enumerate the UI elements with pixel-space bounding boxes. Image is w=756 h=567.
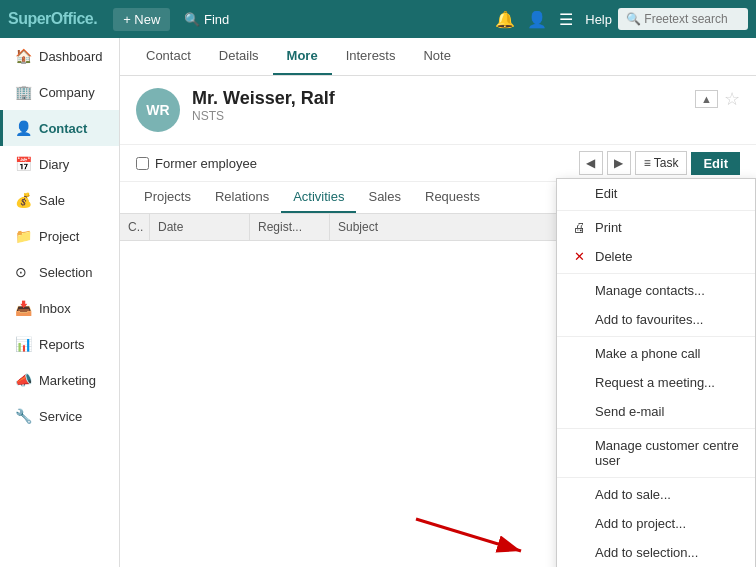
edit-button[interactable]: Edit — [691, 152, 740, 175]
next-button[interactable]: ▶ — [607, 151, 631, 175]
new-button[interactable]: + New — [113, 8, 170, 31]
dashboard-icon: 🏠 — [15, 48, 31, 64]
tab-note[interactable]: Note — [409, 38, 464, 75]
collapse-button[interactable]: ▲ — [695, 90, 718, 108]
app-logo: SuperOffice. — [8, 10, 97, 28]
svg-line-1 — [416, 519, 521, 551]
dropdown-item-edit[interactable]: Edit — [557, 179, 755, 208]
sidebar-item-project[interactable]: 📁 Project — [0, 218, 119, 254]
tab-contact[interactable]: Contact — [132, 38, 205, 75]
dropdown-item-label: Manage customer centre user — [595, 438, 741, 468]
delete-icon: ✕ — [571, 249, 587, 264]
find-button[interactable]: 🔍 Find — [176, 8, 237, 31]
top-navigation: SuperOffice. + New 🔍 Find 🔔 👤 ☰ Help — [0, 0, 756, 38]
dropdown-item-add-selection[interactable]: Add to selection... — [557, 538, 755, 567]
sub-tab-requests[interactable]: Requests — [413, 182, 492, 213]
sub-tab-activities[interactable]: Activities — [281, 182, 356, 213]
dropdown-item-label: Request a meeting... — [595, 375, 715, 390]
contact-name: Mr. Weisser, Ralf — [192, 88, 335, 109]
dropdown-item-label: Manage contacts... — [595, 283, 705, 298]
dropdown-menu: Edit 🖨 Print ✕ Delete Manage contacts...… — [556, 178, 756, 567]
sidebar-item-diary[interactable]: 📅 Diary — [0, 146, 119, 182]
dropdown-item-label: Add to sale... — [595, 487, 671, 502]
sidebar-item-contact[interactable]: 👤 Contact — [0, 110, 119, 146]
notification-button[interactable]: 🔔 — [489, 6, 521, 33]
action-buttons: ◀ ▶ ≡ Task Edit — [579, 151, 740, 175]
sidebar-item-selection[interactable]: ⊙ Selection — [0, 254, 119, 290]
help-button[interactable]: Help — [579, 8, 618, 31]
dropdown-item-label: Send e-mail — [595, 404, 664, 419]
menu-button[interactable]: ☰ — [553, 6, 579, 33]
logo-prefix: S — [8, 10, 18, 27]
dropdown-item-add-favourites[interactable]: Add to favourites... — [557, 305, 755, 334]
logo-name: uperOffice. — [18, 10, 97, 27]
sidebar-item-label: Selection — [39, 265, 92, 280]
sidebar-item-service[interactable]: 🔧 Service — [0, 398, 119, 434]
company-icon: 🏢 — [15, 84, 31, 100]
dropdown-item-label: Add to favourites... — [595, 312, 703, 327]
dropdown-item-label: Make a phone call — [595, 346, 701, 361]
dropdown-item-label: Delete — [595, 249, 633, 264]
sidebar: 🏠 Dashboard 🏢 Company 👤 Contact 📅 Diary … — [0, 38, 120, 567]
dropdown-item-meeting[interactable]: Request a meeting... — [557, 368, 755, 397]
tab-interests[interactable]: Interests — [332, 38, 410, 75]
contact-icon: 👤 — [15, 120, 31, 136]
sub-tab-relations[interactable]: Relations — [203, 182, 281, 213]
sidebar-item-reports[interactable]: 📊 Reports — [0, 326, 119, 362]
print-icon: 🖨 — [571, 220, 587, 235]
sidebar-item-company[interactable]: 🏢 Company — [0, 74, 119, 110]
dropdown-item-label: Print — [595, 220, 622, 235]
sidebar-item-inbox[interactable]: 📥 Inbox — [0, 290, 119, 326]
dropdown-item-label: Add to selection... — [595, 545, 698, 560]
contact-full-name: Weisser, Ralf — [223, 88, 335, 108]
header-right: ▲ ☆ — [695, 88, 740, 110]
dropdown-item-phone-call[interactable]: Make a phone call — [557, 339, 755, 368]
main-layout: 🏠 Dashboard 🏢 Company 👤 Contact 📅 Diary … — [0, 38, 756, 567]
user-button[interactable]: 👤 — [521, 6, 553, 33]
service-icon: 🔧 — [15, 408, 31, 424]
sidebar-item-label: Dashboard — [39, 49, 103, 64]
dropdown-item-send-email[interactable]: Send e-mail — [557, 397, 755, 426]
dropdown-item-add-project[interactable]: Add to project... — [557, 509, 755, 538]
dropdown-item-manage-customer[interactable]: Manage customer centre user — [557, 431, 755, 475]
selection-icon: ⊙ — [15, 264, 31, 280]
prev-button[interactable]: ◀ — [579, 151, 603, 175]
sidebar-item-label: Sale — [39, 193, 65, 208]
sidebar-item-label: Service — [39, 409, 82, 424]
sidebar-item-label: Company — [39, 85, 95, 100]
sidebar-item-dashboard[interactable]: 🏠 Dashboard — [0, 38, 119, 74]
dropdown-item-label: Edit — [595, 186, 617, 201]
sub-tab-sales[interactable]: Sales — [356, 182, 413, 213]
reports-icon: 📊 — [15, 336, 31, 352]
sidebar-item-marketing[interactable]: 📣 Marketing — [0, 362, 119, 398]
project-icon: 📁 — [15, 228, 31, 244]
diary-icon: 📅 — [15, 156, 31, 172]
sidebar-item-sale[interactable]: 💰 Sale — [0, 182, 119, 218]
dropdown-item-add-sale[interactable]: Add to sale... — [557, 480, 755, 509]
former-employee-row: Former employee ◀ ▶ ≡ Task Edit — [120, 145, 756, 182]
sidebar-item-label: Reports — [39, 337, 85, 352]
freetext-search-input[interactable] — [618, 8, 748, 30]
favourite-button[interactable]: ☆ — [724, 88, 740, 110]
avatar: WR — [136, 88, 180, 132]
dropdown-item-label: Add to project... — [595, 516, 686, 531]
inbox-icon: 📥 — [15, 300, 31, 316]
dropdown-item-delete[interactable]: ✕ Delete — [557, 242, 755, 271]
sidebar-item-label: Project — [39, 229, 79, 244]
dropdown-item-print[interactable]: 🖨 Print — [557, 213, 755, 242]
col-c: C.. — [120, 214, 150, 240]
sidebar-item-label: Diary — [39, 157, 69, 172]
former-employee-label[interactable]: Former employee — [136, 156, 257, 171]
tab-more[interactable]: More — [273, 38, 332, 75]
content-area: Contact Details More Interests Note WR M… — [120, 38, 756, 567]
marketing-icon: 📣 — [15, 372, 31, 388]
dropdown-item-manage-contacts[interactable]: Manage contacts... — [557, 276, 755, 305]
former-employee-checkbox[interactable] — [136, 157, 149, 170]
contact-salutation: Mr. — [192, 88, 218, 108]
task-button[interactable]: ≡ Task — [635, 151, 688, 175]
tab-bar: Contact Details More Interests Note — [120, 38, 756, 76]
sub-tab-projects[interactable]: Projects — [132, 182, 203, 213]
tab-details[interactable]: Details — [205, 38, 273, 75]
sale-icon: 💰 — [15, 192, 31, 208]
contact-header: WR Mr. Weisser, Ralf NSTS ▲ ☆ — [120, 76, 756, 145]
